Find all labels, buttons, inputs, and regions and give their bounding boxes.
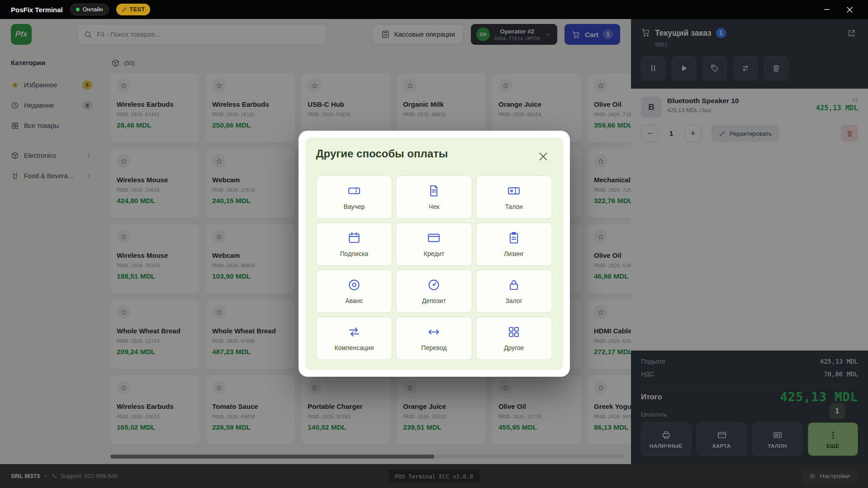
grid-dots-icon [507,325,521,340]
payment-method-label: Чек [429,203,439,210]
app-title: PosFix Terminal [11,6,63,14]
online-label: Онлайн [83,6,103,13]
payment-method-voucher[interactable]: Ваучер [316,175,393,219]
payment-method-label: Подписка [340,250,368,257]
swap-arrows-icon [347,325,361,340]
test-label: TEST [130,6,145,13]
payment-method-label: Кредит [424,250,445,257]
payment-method-compensation[interactable]: Компенсация [316,317,393,360]
payment-method-label: Депозит [422,297,446,304]
payment-method-pledge[interactable]: Залог [476,270,552,313]
payment-method-receipt[interactable]: Чек [396,175,472,219]
payment-method-deposit[interactable]: Депозит [396,270,472,313]
payment-method-transfer[interactable]: Перевод [396,317,472,360]
coin-icon [347,278,361,293]
close-icon [845,5,854,14]
modal-title: Другие способы оплаты [316,147,448,160]
payment-methods-grid: Ваучер Чек Талон Подписка [316,175,552,360]
window-titlebar: PosFix Terminal Онлайн TEST [0,0,868,19]
payment-method-label: Залог [505,297,522,304]
payment-method-credit[interactable]: Кредит [396,223,472,266]
credit-card-icon [427,231,441,246]
payment-method-advance[interactable]: Аванс [316,270,393,313]
online-dot-icon [76,8,80,11]
online-status-badge: Онлайн [70,4,109,15]
payment-method-subscription[interactable]: Подписка [316,223,393,266]
voucher-icon [347,184,361,199]
lock-icon [507,278,521,293]
gauge-icon [427,278,441,293]
close-window-button[interactable] [842,2,857,17]
close-modal-button[interactable] [534,147,552,166]
minimize-icon [823,5,831,14]
test-mode-badge: TEST [116,4,151,15]
other-payment-methods-modal: Другие способы оплаты Ваучер Чек [299,131,570,377]
minimize-button[interactable] [819,2,835,17]
coupon-icon [507,184,521,199]
payment-method-label: Талон [505,203,523,210]
payment-method-label: Ваучер [343,203,365,210]
pencil-icon [122,7,127,12]
payment-method-label: Компенсация [334,344,374,351]
clipboard-icon [507,231,521,246]
payment-method-label: Перевод [421,344,446,351]
payment-method-label: Лизинг [504,250,524,257]
payment-method-label: Аванс [345,297,363,304]
transfer-arrow-icon [427,325,441,340]
payment-method-leasing[interactable]: Лизинг [476,223,552,266]
payment-method-other[interactable]: Другое [476,317,552,360]
close-icon [537,151,549,162]
calendar-icon [347,231,361,246]
receipt-icon [427,184,441,199]
payment-method-coupon[interactable]: Талон [476,175,552,219]
payment-method-label: Другое [504,344,524,351]
